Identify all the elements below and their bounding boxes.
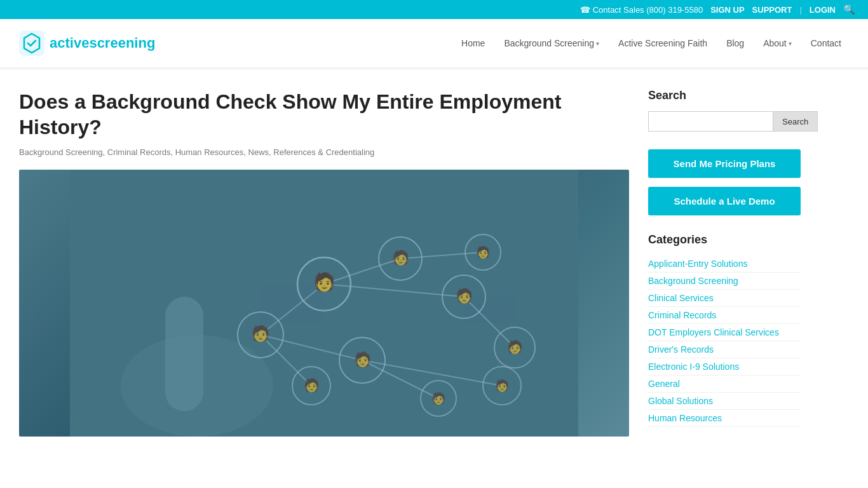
category-link[interactable]: Electronic I-9 Solutions — [648, 362, 739, 372]
list-item: Background Screening — [648, 273, 801, 290]
category-link[interactable]: Driver's Records — [648, 344, 714, 355]
nav-about[interactable]: About ▾ — [756, 33, 799, 53]
login-link[interactable]: LOGIN — [810, 5, 836, 15]
signup-link[interactable]: SIGN UP — [710, 5, 744, 15]
category-link[interactable]: Applicant-Entry Solutions — [648, 259, 747, 269]
network-visualization: 🧑 🧑 🧑 🧑 🧑 🧑 🧑 🧑 🧑 🧑 — [19, 170, 629, 437]
article-title: Does a Background Check Show My Entire E… — [19, 89, 629, 140]
category-link[interactable]: Global Solutions — [648, 396, 713, 406]
cta-section: Send Me Pricing Plans Schedule a Live De… — [648, 149, 801, 215]
logo-text: activescreening — [50, 35, 155, 51]
page-wrapper: Does a Background Check Show My Entire E… — [0, 70, 868, 464]
article-image: 🧑 🧑 🧑 🧑 🧑 🧑 🧑 🧑 🧑 🧑 — [19, 170, 629, 437]
main-nav: Home Background Screening ▾ Active Scree… — [454, 33, 849, 53]
search-input[interactable] — [648, 111, 773, 132]
nav-contact[interactable]: Contact — [803, 33, 849, 53]
nav-home[interactable]: Home — [454, 33, 492, 53]
main-content: Does a Background Check Show My Entire E… — [19, 89, 629, 445]
logo-icon — [19, 30, 44, 56]
categories-section: Categories Applicant-Entry Solutions Bac… — [648, 233, 801, 427]
contact-info: ☎ Contact Sales (800) 319-5580 — [580, 5, 703, 15]
sidebar: Search Search Send Me Pricing Plans Sche… — [648, 89, 801, 445]
live-demo-button[interactable]: Schedule a Live Demo — [648, 187, 801, 215]
category-link[interactable]: Clinical Services — [648, 293, 714, 303]
header: activescreening Home Background Screenin… — [0, 19, 868, 68]
search-section: Search Search — [648, 89, 801, 132]
chevron-down-icon: ▾ — [596, 40, 599, 47]
nav-background-screening[interactable]: Background Screening ▾ — [496, 33, 607, 53]
list-item: Global Solutions — [648, 393, 801, 410]
search-row: Search — [648, 111, 801, 132]
nav-blog[interactable]: Blog — [719, 33, 752, 53]
pricing-plans-button[interactable]: Send Me Pricing Plans — [648, 149, 801, 178]
svg-rect-33 — [70, 170, 578, 437]
category-link[interactable]: DOT Employers Clinical Services — [648, 327, 779, 337]
list-item: Human Resources — [648, 410, 801, 427]
logo[interactable]: activescreening — [19, 30, 155, 56]
nav-active-screening-faith[interactable]: Active Screening Faith — [611, 33, 715, 53]
list-item: Electronic I-9 Solutions — [648, 358, 801, 376]
search-button[interactable]: Search — [773, 111, 818, 132]
list-item: Driver's Records — [648, 341, 801, 358]
chevron-down-icon-about: ▾ — [789, 40, 792, 47]
categories-heading: Categories — [648, 233, 801, 247]
article-categories: Background Screening, Criminal Records, … — [19, 147, 629, 157]
category-link[interactable]: Background Screening — [648, 276, 738, 286]
category-link[interactable]: Human Resources — [648, 413, 722, 423]
category-link[interactable]: General — [648, 379, 680, 389]
separator: | — [799, 5, 801, 15]
list-item: General — [648, 376, 801, 393]
top-bar: ☎ Contact Sales (800) 319-5580 SIGN UP S… — [0, 0, 868, 19]
list-item: DOT Employers Clinical Services — [648, 324, 801, 341]
list-item: Applicant-Entry Solutions — [648, 255, 801, 273]
categories-list: Applicant-Entry Solutions Background Scr… — [648, 255, 801, 427]
category-link[interactable]: Criminal Records — [648, 310, 716, 320]
top-search-icon[interactable]: 🔍 — [843, 4, 855, 15]
list-item: Criminal Records — [648, 307, 801, 324]
list-item: Clinical Services — [648, 290, 801, 307]
support-link[interactable]: SUPPORT — [752, 5, 792, 15]
search-heading: Search — [648, 89, 801, 102]
